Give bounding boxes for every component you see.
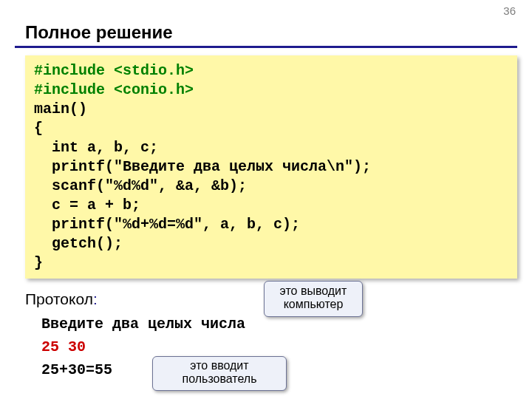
code-line-4: { (34, 120, 43, 137)
callout-top-line1: это выводит (275, 284, 352, 298)
code-line-10: getch(); (34, 235, 123, 252)
code-line-5: int a, b, c; (34, 139, 158, 156)
code-line-11: } (34, 254, 43, 271)
slide-title: Полное решение (0, 0, 532, 46)
callout-bottom-line1: это вводит (160, 359, 279, 372)
callout-user-input: это вводит пользователь (152, 356, 287, 391)
callout-bottom-line2: пользователь (160, 372, 279, 386)
callout-computer-output: это выводит компьютер (264, 281, 363, 317)
code-line-9: printf("%d+%d=%d", a, b, c); (34, 216, 300, 233)
title-divider (15, 46, 517, 48)
callout-top-line2: компьютер (275, 298, 352, 311)
code-line-6: printf("Введите два целых числа\n"); (34, 158, 371, 175)
code-line-1a: #include (34, 62, 114, 79)
code-line-2a: #include (34, 81, 114, 98)
code-line-3: main() (34, 100, 87, 117)
code-line-2b: <conio.h> (114, 81, 194, 98)
protocol-line-3: 25+30=55 (41, 358, 532, 381)
page-number: 36 (503, 4, 516, 17)
code-line-1b: <stdio.h> (114, 62, 194, 79)
code-block: #include <stdio.h> #include <conio.h> ma… (25, 55, 517, 279)
code-line-7: scanf("%d%d", &a, &b); (34, 177, 247, 194)
protocol-label-text: Протокол (25, 290, 93, 307)
protocol-colon: : (93, 290, 98, 307)
code-line-8: c = a + b; (34, 197, 140, 214)
protocol-line-2: 25 30 (41, 335, 532, 358)
